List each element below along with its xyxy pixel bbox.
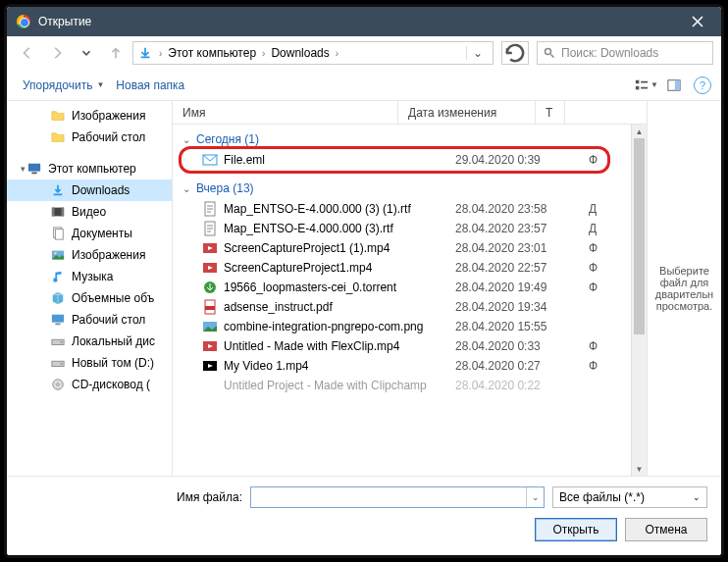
sidebar-item-localdisk[interactable]: Локальный дис bbox=[7, 331, 172, 352]
sidebar-item-documents[interactable]: Документы bbox=[7, 223, 172, 244]
column-type[interactable]: Т bbox=[536, 101, 565, 124]
mail-icon bbox=[202, 152, 218, 168]
sidebar-item-music[interactable]: Музыка bbox=[7, 266, 172, 287]
chrome-icon bbox=[17, 15, 30, 28]
pdf-icon bbox=[202, 299, 218, 315]
file-row[interactable]: 19566_loopmasters-cei_0.torrent28.04.202… bbox=[181, 278, 639, 297]
file-row[interactable]: My Video 1.mp428.04.2020 0:27Ф bbox=[181, 356, 639, 376]
rtf-icon bbox=[202, 221, 218, 236]
sidebar-item-cddrive[interactable]: CD-дисковод ( bbox=[7, 374, 172, 395]
organize-button[interactable]: Упорядочить▼ bbox=[17, 75, 110, 96]
column-name[interactable]: Имя bbox=[173, 101, 398, 124]
svg-rect-6 bbox=[31, 173, 36, 175]
svg-point-18 bbox=[61, 341, 63, 343]
cancel-button[interactable]: Отмена bbox=[625, 518, 707, 541]
sidebar-item-pictures[interactable]: Изображения bbox=[7, 244, 172, 266]
group-yesterday[interactable]: Вчера (13) bbox=[181, 178, 639, 199]
sidebar-item-pictures-qa[interactable]: Изображения bbox=[7, 105, 172, 127]
open-button[interactable]: Открыть bbox=[535, 518, 617, 541]
sidebar: Изображения Рабочий стол Этот компьютер … bbox=[7, 101, 172, 476]
torrent-icon bbox=[202, 280, 218, 295]
svg-rect-16 bbox=[55, 324, 60, 326]
file-row[interactable]: Map_ENTSO-E-4.000.000 (3).rtf28.04.2020 … bbox=[181, 219, 639, 238]
svg-point-0 bbox=[546, 49, 551, 55]
svg-rect-5 bbox=[28, 164, 40, 172]
pictures-icon bbox=[50, 247, 66, 263]
file-row[interactable]: Untitled - Made with FlexClip.mp428.04.2… bbox=[181, 336, 639, 356]
video-icon bbox=[50, 204, 66, 220]
scroll-thumb[interactable] bbox=[634, 138, 645, 334]
up-button[interactable] bbox=[103, 41, 129, 65]
cd-icon bbox=[50, 377, 66, 392]
close-button[interactable] bbox=[678, 7, 717, 36]
chevron-down-icon: ▼ bbox=[96, 80, 104, 89]
file-row[interactable]: Map_ENTSO-E-4.000.000 (3) (1).rtf28.04.2… bbox=[181, 199, 639, 219]
help-button[interactable]: ? bbox=[694, 77, 711, 94]
sidebar-item-desktop[interactable]: Рабочий стол bbox=[7, 309, 172, 331]
forward-button[interactable] bbox=[44, 41, 70, 65]
refresh-button[interactable] bbox=[501, 41, 529, 65]
filename-input[interactable]: ⌄ bbox=[250, 486, 545, 508]
svg-rect-4 bbox=[675, 79, 680, 90]
svg-point-13 bbox=[54, 252, 57, 255]
search-icon bbox=[544, 47, 555, 59]
folder-icon bbox=[50, 108, 66, 124]
search-input[interactable]: Поиск: Downloads bbox=[537, 41, 713, 65]
file-list: Сегодня (1) File.eml 29.04.2020 0:39 Ф В… bbox=[173, 125, 647, 476]
svg-point-22 bbox=[57, 383, 60, 386]
crumb-root[interactable]: Этот компьютер bbox=[168, 46, 256, 60]
music-icon bbox=[50, 269, 66, 284]
drive-icon bbox=[50, 355, 66, 371]
search-placeholder: Поиск: Downloads bbox=[561, 46, 658, 60]
pane-icon bbox=[667, 78, 681, 92]
filename-field[interactable] bbox=[251, 487, 526, 507]
filetype-filter[interactable]: Все файлы (*.*) ⌄ bbox=[552, 486, 707, 508]
svg-point-14 bbox=[53, 278, 57, 281]
scrollbar[interactable]: ▲ ▼ bbox=[631, 125, 647, 476]
breadcrumb-dropdown[interactable]: ⌄ bbox=[466, 46, 489, 60]
chevron-down-icon: ⌄ bbox=[693, 492, 701, 502]
sidebar-item-downloads[interactable]: Downloads bbox=[7, 179, 172, 201]
sidebar-item-volume-d[interactable]: Новый том (D:) bbox=[7, 352, 172, 374]
recent-button[interactable] bbox=[74, 41, 99, 65]
window-title: Открытие bbox=[38, 15, 678, 28]
file-row[interactable]: Untitled Project - Made with Clipchamp28… bbox=[181, 376, 639, 395]
sidebar-item-desktop-qa[interactable]: Рабочий стол bbox=[7, 127, 172, 148]
back-button[interactable] bbox=[15, 41, 40, 65]
sidebar-item-thispc[interactable]: Этот компьютер bbox=[7, 158, 172, 179]
drive-icon bbox=[50, 333, 66, 349]
new-folder-button[interactable]: Новая папка bbox=[110, 75, 190, 96]
close-icon bbox=[692, 16, 703, 27]
sidebar-item-videos[interactable]: Видео bbox=[7, 201, 172, 223]
filename-label: Имя файла: bbox=[177, 490, 242, 504]
sidebar-item-3dobjects[interactable]: Объемные объ bbox=[7, 287, 172, 309]
preview-text: Выберите файл для дварительн просмотра. bbox=[653, 265, 715, 312]
svg-rect-8 bbox=[52, 208, 55, 217]
downloads-icon bbox=[50, 182, 66, 198]
file-row[interactable]: ScreenCaptureProject1 (1).mp428.04.2020 … bbox=[181, 238, 639, 258]
file-area: Имя Дата изменения Т Сегодня (1) File.em… bbox=[173, 101, 647, 476]
file-row[interactable]: ScreenCaptureProject1.mp428.04.2020 22:5… bbox=[181, 258, 639, 278]
breadcrumb[interactable]: › Этот компьютер › Downloads › ⌄ bbox=[132, 41, 494, 65]
file-row[interactable]: combine-integration-pngrepo-com.png28.04… bbox=[181, 317, 639, 336]
video-icon bbox=[202, 378, 218, 393]
view-mode-button[interactable]: ▼ bbox=[633, 75, 660, 96]
file-row[interactable]: adsense_instruct.pdf28.04.2020 19:34 bbox=[181, 297, 639, 317]
chevron-right-icon: › bbox=[155, 48, 166, 59]
preview-pane-button[interactable] bbox=[660, 75, 688, 96]
crumb-folder[interactable]: Downloads bbox=[271, 46, 329, 60]
cube-icon bbox=[50, 290, 66, 306]
open-file-dialog: Открытие › Этот компьютер › Downloads › … bbox=[7, 7, 721, 555]
scroll-up-icon[interactable]: ▲ bbox=[632, 125, 647, 138]
group-today[interactable]: Сегодня (1) bbox=[181, 128, 639, 150]
monitor-icon bbox=[26, 161, 42, 177]
scroll-down-icon[interactable]: ▼ bbox=[632, 462, 647, 476]
svg-rect-11 bbox=[55, 230, 63, 240]
file-row[interactable]: File.eml 29.04.2020 0:39 Ф bbox=[181, 150, 639, 170]
filename-dropdown[interactable]: ⌄ bbox=[526, 487, 544, 507]
rtf-icon bbox=[202, 201, 218, 217]
column-date[interactable]: Дата изменения bbox=[398, 101, 536, 124]
bottom-panel: Имя файла: ⌄ Все файлы (*.*) ⌄ Открыть О… bbox=[7, 476, 721, 555]
svg-rect-2 bbox=[636, 85, 640, 89]
svg-point-20 bbox=[61, 363, 63, 365]
